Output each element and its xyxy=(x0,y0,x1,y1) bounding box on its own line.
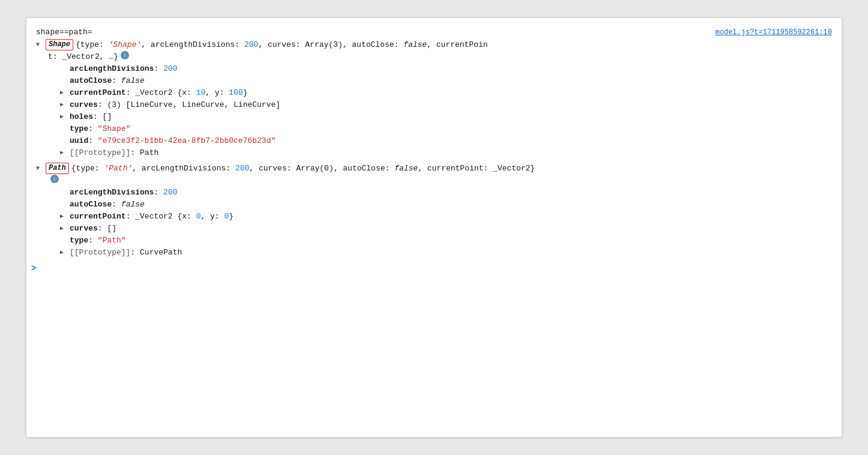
path-prototype-toggle[interactable] xyxy=(60,247,68,259)
shape-badge: Shape xyxy=(46,39,73,50)
console-input[interactable] xyxy=(38,264,832,273)
shape-holes: holes: [] xyxy=(36,111,832,123)
path-info-badge[interactable]: i xyxy=(50,175,59,183)
shape-summary: {type: 'Shape', arcLengthDivisions: 200,… xyxy=(76,39,488,51)
shape-curves: curves: (3) [LineCurve, LineCurve, LineC… xyxy=(36,99,832,111)
console-header: shape==path= model.js?t=1711958592261:10 xyxy=(26,28,842,39)
shape-type: type: "Shape" xyxy=(36,123,832,135)
console-expression-label: shape==path= xyxy=(36,28,92,37)
prompt-arrow: > xyxy=(31,264,36,273)
path-info-line: i xyxy=(36,175,832,187)
path-curves: curves: [] xyxy=(36,223,832,235)
shape-autoclose: autoClose: false xyxy=(36,75,832,87)
shape-summary-cont: t: _Vector2, …} i xyxy=(36,51,832,63)
path-currentpoint-toggle[interactable] xyxy=(60,211,68,223)
shape-currentpoint: currentPoint: _Vector2 {x: 10, y: 100} xyxy=(36,87,832,99)
console-output: Shape {type: 'Shape', arcLengthDivisions… xyxy=(26,39,842,259)
source-link[interactable]: model.js?t=1711958592261:10 xyxy=(716,28,832,37)
console-prompt-area: > xyxy=(26,259,842,273)
shape-prototype: [[Prototype]]: Path xyxy=(36,147,832,159)
shape-curves-toggle[interactable] xyxy=(60,99,68,111)
path-toggle[interactable] xyxy=(36,163,44,175)
path-badge: Path xyxy=(46,163,69,174)
shape-currentpoint-toggle[interactable] xyxy=(60,87,68,99)
shape-prototype-toggle[interactable] xyxy=(60,147,68,159)
shape-uuid: uuid: "e79ce3f2-b1bb-42ea-8fb7-2bb0ce76b… xyxy=(36,135,832,147)
path-type: type: "Path" xyxy=(36,235,832,247)
path-row: Path {type: 'Path', arcLengthDivisions: … xyxy=(36,163,832,175)
shape-info-badge[interactable]: i xyxy=(121,51,129,59)
shape-arclengthdivisions: arcLengthDivisions: 200 xyxy=(36,63,832,75)
path-curves-toggle[interactable] xyxy=(60,223,68,235)
path-prototype: [[Prototype]]: CurvePath xyxy=(36,247,832,259)
shape-holes-toggle[interactable] xyxy=(60,111,68,123)
shape-row: Shape {type: 'Shape', arcLengthDivisions… xyxy=(36,39,832,51)
path-currentpoint: currentPoint: _Vector2 {x: 0, y: 0} xyxy=(36,211,832,223)
shape-toggle[interactable] xyxy=(36,39,44,51)
path-arclengthdivisions: arcLengthDivisions: 200 xyxy=(36,187,832,199)
path-autoclose: autoClose: false xyxy=(36,199,832,211)
console-panel: shape==path= model.js?t=1711958592261:10… xyxy=(26,17,842,438)
